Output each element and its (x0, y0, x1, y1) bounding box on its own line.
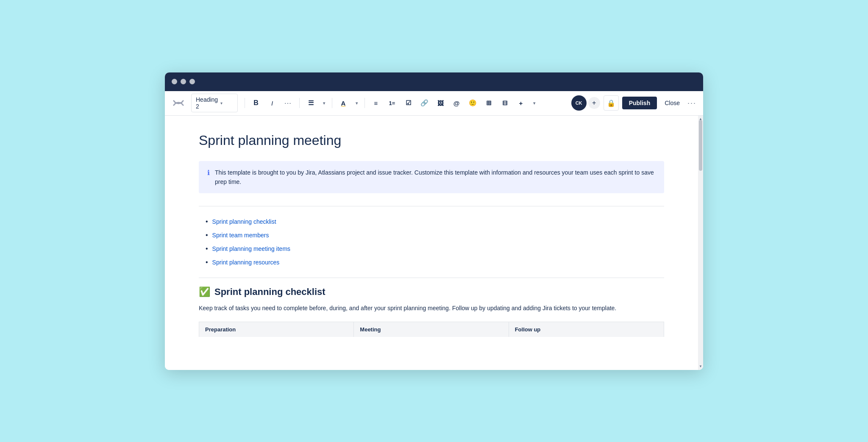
scrollbar[interactable]: ▲ ▼ (698, 116, 703, 370)
link-button[interactable]: 🔗 (417, 96, 431, 110)
toolbar-divider-2 (299, 98, 300, 108)
info-icon: ℹ (207, 169, 210, 177)
toc-list: Sprint planning checklist Sprint team me… (206, 215, 664, 269)
table-header: Preparation Meeting Follow up (199, 322, 664, 337)
text-color-button[interactable]: A (337, 96, 350, 110)
titlebar (165, 72, 703, 91)
info-banner: ℹ This template is brought to you by Jir… (199, 161, 664, 194)
section-checklist: ✅ Sprint planning checklist Keep track o… (199, 286, 664, 336)
traffic-light-maximize[interactable] (189, 79, 195, 84)
toolbar-divider-3 (332, 98, 332, 108)
bold-button[interactable]: B (249, 96, 263, 110)
layout-button[interactable]: ⊟ (498, 96, 512, 110)
table-col-preparation: Preparation (199, 322, 354, 337)
app-window: Heading 2 ▾ B I ··· ☰ ▾ A ▾ (165, 72, 703, 370)
toolbar-divider-1 (245, 98, 245, 108)
heading-label: Heading 2 (196, 96, 218, 110)
section-desc-1: Keep track of tasks you need to complete… (199, 303, 664, 313)
close-button[interactable]: Close (660, 97, 684, 109)
chevron-down-icon: ▾ (220, 101, 233, 106)
checklist-emoji: ✅ (199, 286, 210, 297)
toc-item-2[interactable]: Sprint team members (206, 228, 664, 242)
toc-item-4[interactable]: Sprint planning resources (206, 256, 664, 269)
toc-item-3[interactable]: Sprint planning meeting items (206, 242, 664, 256)
add-collaborator-button[interactable]: + (588, 97, 600, 109)
info-banner-text: This template is brought to you by Jira,… (215, 168, 656, 187)
bullet-list-button[interactable]: ≡ (369, 96, 383, 110)
page-title[interactable]: Sprint planning meeting (199, 133, 664, 148)
more-options-button[interactable]: ··· (687, 99, 696, 108)
toolbar-right: CK + 🔒 Publish Close ··· (571, 95, 696, 111)
toolbar-divider-4 (364, 98, 365, 108)
scrollbar-thumb[interactable] (699, 120, 702, 171)
traffic-light-close[interactable] (172, 79, 177, 84)
italic-button[interactable]: I (265, 96, 279, 110)
confluence-logo (172, 96, 185, 110)
insert-button[interactable]: + (514, 96, 528, 110)
traffic-light-minimize[interactable] (181, 79, 186, 84)
scroll-down-arrow[interactable]: ▼ (698, 363, 703, 370)
text-color-chevron-button[interactable]: ▾ (353, 96, 360, 110)
collaborators: CK + (571, 95, 600, 111)
more-formatting-button[interactable]: ··· (281, 96, 295, 110)
checkbox-button[interactable]: ☑ (401, 96, 415, 110)
image-button[interactable]: 🖼 (434, 96, 447, 110)
lock-icon: 🔒 (607, 99, 615, 107)
mention-button[interactable]: @ (450, 96, 463, 110)
heading-selector[interactable]: Heading 2 ▾ (191, 94, 238, 112)
table-col-followup: Follow up (509, 322, 664, 337)
emoji-button[interactable]: 🙂 (466, 96, 479, 110)
editor[interactable]: Sprint planning meeting ℹ This template … (165, 116, 698, 370)
toc-item-1[interactable]: Sprint planning checklist (206, 215, 664, 228)
toolbar: Heading 2 ▾ B I ··· ☰ ▾ A ▾ (165, 91, 703, 116)
divider-2 (199, 278, 664, 278)
publish-button[interactable]: Publish (622, 97, 657, 109)
section-heading-1: ✅ Sprint planning checklist (199, 286, 664, 297)
divider-1 (199, 206, 664, 206)
lock-button[interactable]: 🔒 (604, 95, 619, 111)
table-col-meeting: Meeting (354, 322, 509, 337)
align-chevron-button[interactable]: ▾ (320, 96, 328, 110)
numbered-list-button[interactable]: 1≡ (385, 96, 399, 110)
avatar: CK (571, 95, 587, 111)
insert-chevron-button[interactable]: ▾ (530, 96, 538, 110)
align-button[interactable]: ☰ (304, 96, 317, 110)
table-button[interactable]: ⊞ (482, 96, 495, 110)
content-area: Sprint planning meeting ℹ This template … (165, 116, 703, 370)
